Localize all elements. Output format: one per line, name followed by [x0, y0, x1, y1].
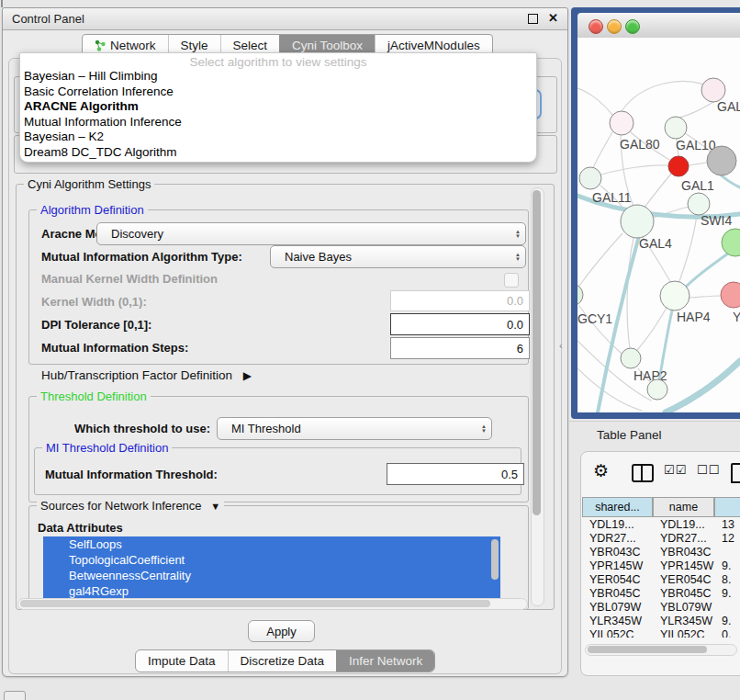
mi-type-combo[interactable]: Naive Bayes ▲▼ — [270, 245, 526, 268]
network-canvas[interactable]: GALGAL80GAL10GAL1GAL11SWI4GAL4GCY1HAP4YH… — [577, 38, 740, 412]
algorithm-option[interactable]: Basic Correlation Inference — [20, 85, 536, 100]
close-window-icon[interactable] — [589, 19, 603, 34]
network-node-gal1[interactable] — [668, 156, 689, 176]
algorithm-option[interactable]: Bayesian – Hill Climbing — [20, 69, 536, 85]
table-cell[interactable]: 0. — [722, 627, 740, 638]
network-node-gal11[interactable] — [579, 167, 601, 189]
table-hscrollbar-thumb[interactable] — [588, 646, 707, 653]
table-cell[interactable]: YBL079W — [589, 600, 655, 614]
network-node-y[interactable] — [721, 282, 740, 308]
table-cell[interactable]: YBR043C — [589, 545, 655, 559]
network-node-gcy1[interactable] — [577, 284, 583, 306]
kernel-width-field[interactable]: 0.0 — [390, 290, 530, 311]
settings-vscrollbar-thumb[interactable] — [533, 190, 541, 515]
algorithm-option[interactable]: ARACNE Algorithm — [20, 99, 536, 115]
columns-icon[interactable] — [632, 464, 654, 482]
network-node-swi4[interactable] — [688, 193, 710, 215]
which-threshold-combo[interactable]: MI Threshold ▲▼ — [217, 417, 492, 440]
deselect-all-checkboxes-icon[interactable]: ☐☐ — [697, 463, 720, 477]
zoom-window-icon[interactable] — [625, 19, 640, 34]
table-cell[interactable]: YER054C — [660, 572, 716, 586]
data-attribute-item[interactable]: SelfLoops — [43, 536, 500, 552]
network-edge — [678, 102, 713, 118]
network-node[interactable] — [647, 379, 667, 400]
float-panel-icon[interactable] — [528, 14, 538, 24]
edge-tick — [1, 0, 3, 7]
table-cell[interactable]: 13 — [722, 517, 740, 531]
settings-vscrollbar[interactable] — [531, 187, 544, 606]
network-node-gal80[interactable] — [610, 111, 633, 135]
algorithm-option[interactable]: Dream8 DC_TDC Algorithm — [20, 145, 536, 161]
network-window-titlebar[interactable] — [577, 13, 740, 39]
table-cell[interactable]: YBR043C — [660, 545, 716, 559]
data-attribute-item[interactable]: gal4RGexp — [43, 583, 500, 599]
table-cell[interactable]: 12 — [722, 531, 740, 545]
table-cell[interactable]: YBR045C — [660, 586, 716, 600]
algorithm-option[interactable]: Mutual Information Inference — [20, 115, 536, 130]
table-cell[interactable]: YDR27... — [589, 531, 655, 545]
table-cell[interactable] — [722, 600, 740, 614]
table-cell[interactable]: 8. — [722, 572, 740, 586]
network-node-hap2[interactable] — [621, 348, 641, 368]
column-header[interactable] — [714, 497, 740, 517]
list-scrollbar[interactable] — [491, 539, 499, 580]
table-cell[interactable]: YBL079W — [660, 600, 716, 614]
table-cell[interactable]: YDL19... — [660, 517, 716, 531]
network-edge — [689, 163, 707, 165]
table-cell[interactable]: YER054C — [589, 572, 655, 586]
algorithm-option[interactable]: Bayesian – K2 — [20, 130, 536, 145]
network-node[interactable] — [722, 229, 740, 256]
table-cell[interactable]: YDR27... — [660, 531, 716, 545]
gear-icon[interactable]: ⚙ — [593, 460, 609, 481]
manual-kernel-checkbox[interactable] — [504, 273, 519, 288]
network-node-gal10[interactable] — [665, 117, 687, 139]
tab-infer-network[interactable]: Infer Network — [336, 650, 434, 672]
threshold-definition-title: Threshold Definition — [37, 390, 151, 403]
data-attribute-item[interactable]: TopologicalCoefficient — [43, 552, 500, 568]
mi-steps-field[interactable]: 6 — [390, 337, 530, 359]
collapsed-panel-icon[interactable] — [4, 691, 26, 700]
tab-label: Select — [233, 39, 268, 52]
dpi-tolerance-field[interactable]: 0.0 — [390, 313, 530, 335]
dpi-tolerance-label: DPI Tolerance [0,1]: — [41, 318, 151, 332]
select-all-checkboxes-icon[interactable]: ☑☑ — [664, 463, 687, 477]
column-header[interactable]: shared... — [582, 497, 653, 517]
aracne-mode-combo[interactable]: Discovery ▲▼ — [96, 222, 526, 245]
table-cell[interactable] — [722, 545, 740, 559]
table-cell[interactable]: YBR045C — [589, 586, 655, 600]
mi-threshold-group-title: MI Threshold Definition — [42, 441, 172, 455]
tab-label: jActiveMNodules — [387, 39, 480, 52]
network-edge — [593, 132, 612, 168]
table-cell[interactable]: 9. — [722, 614, 740, 627]
settings-hscrollbar-thumb[interactable] — [20, 600, 490, 607]
hub-definition-disclosure[interactable]: Hub/Transcription Factor Definition ▶ — [41, 368, 252, 382]
close-panel-icon[interactable]: ✕ — [548, 11, 558, 25]
table-cell[interactable]: YDL19... — [589, 517, 655, 531]
data-attribute-item[interactable]: BetweennessCentrality — [43, 568, 500, 583]
sources-title[interactable]: Sources for Network Inference ▼ — [37, 499, 224, 513]
table-cell[interactable]: 9. — [722, 559, 740, 572]
data-attributes-label: Data Attributes — [38, 521, 123, 535]
network-node-hap4[interactable] — [660, 281, 690, 310]
network-node-gal4[interactable] — [621, 205, 654, 238]
splitpane-handle[interactable]: ‹ — [559, 340, 563, 351]
tab-discretize-data[interactable]: Discretize Data — [228, 650, 337, 672]
table-cell[interactable]: YLR345W — [589, 614, 655, 627]
network-node[interactable] — [707, 146, 736, 175]
column-header[interactable]: name — [653, 497, 714, 517]
network-edge — [579, 233, 622, 286]
mi-steps-label: Mutual Information Steps: — [41, 341, 188, 355]
table-cell[interactable]: YIL052C — [660, 627, 716, 638]
table-cell[interactable]: YPR145W — [660, 559, 716, 572]
control-panel-window: Control Panel ✕ NetworkStyleSelectCyni T… — [2, 7, 568, 677]
apply-button[interactable]: Apply — [248, 620, 315, 642]
minimize-window-icon[interactable] — [607, 19, 622, 34]
table-cell[interactable]: YPR145W — [589, 559, 655, 572]
table-cell[interactable]: 9. — [722, 586, 740, 600]
settings-hscrollbar[interactable] — [17, 598, 528, 610]
table-cell[interactable]: YLR345W — [660, 614, 716, 627]
table-hscrollbar[interactable] — [585, 644, 737, 656]
table-cell[interactable]: YIL052C — [589, 627, 655, 638]
tab-impute-data[interactable]: Impute Data — [136, 650, 228, 672]
mi-threshold-field[interactable]: 0.5 — [387, 463, 524, 485]
